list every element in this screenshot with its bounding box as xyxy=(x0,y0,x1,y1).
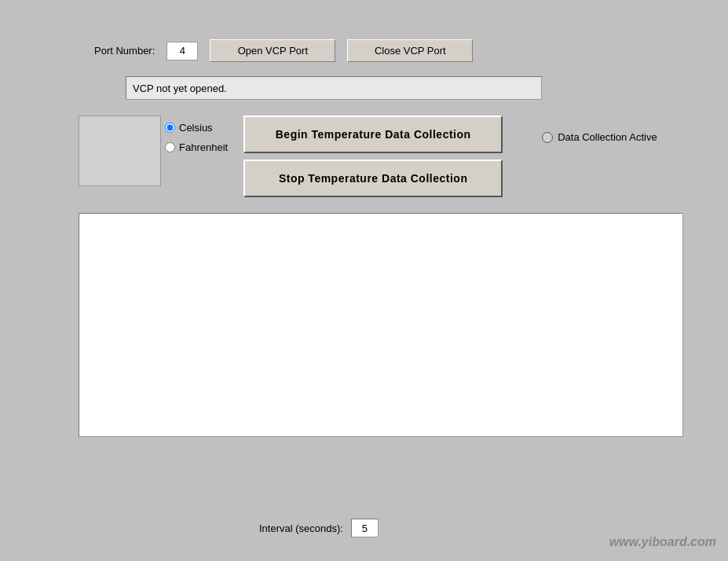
celsius-radio[interactable] xyxy=(165,123,175,133)
collection-active-label: Data Collection Active xyxy=(558,131,657,143)
stop-collection-button[interactable]: Stop Temperature Data Collection xyxy=(243,160,503,197)
port-number-label: Port Number: xyxy=(94,45,155,57)
close-vcp-button[interactable]: Close VCP Port xyxy=(347,39,473,62)
interval-row: Interval (seconds): xyxy=(259,519,379,537)
interval-label: Interval (seconds): xyxy=(259,522,343,534)
collection-active-indicator: Data Collection Active xyxy=(542,131,657,143)
data-output-area xyxy=(79,213,683,437)
collection-buttons-column: Begin Temperature Data Collection Stop T… xyxy=(243,116,503,197)
fahrenheit-radio[interactable] xyxy=(165,142,175,152)
status-box: VCP not yet opened. xyxy=(126,76,542,100)
interval-input[interactable] xyxy=(351,519,379,537)
port-number-input[interactable] xyxy=(166,42,198,60)
collection-active-radio-icon xyxy=(542,132,553,143)
open-vcp-button[interactable]: Open VCP Port xyxy=(210,39,335,62)
celsius-label: Celsius xyxy=(179,122,213,134)
watermark: www.yiboard.com xyxy=(609,535,716,549)
main-container: Port Number: Open VCP Port Close VCP Por… xyxy=(0,0,728,561)
controls-row: Celsius Fahrenheit Begin Temperature Dat… xyxy=(79,116,712,197)
celsius-radio-item[interactable]: Celsius xyxy=(165,122,228,134)
begin-collection-button[interactable]: Begin Temperature Data Collection xyxy=(243,116,503,153)
fahrenheit-radio-item[interactable]: Fahrenheit xyxy=(165,141,228,153)
status-text: VCP not yet opened. xyxy=(133,82,227,94)
port-row: Port Number: Open VCP Port Close VCP Por… xyxy=(94,39,712,62)
fahrenheit-label: Fahrenheit xyxy=(179,141,228,153)
status-row: VCP not yet opened. xyxy=(126,76,712,100)
radio-group: Celsius Fahrenheit xyxy=(165,116,228,153)
temperature-display-box xyxy=(79,116,161,186)
